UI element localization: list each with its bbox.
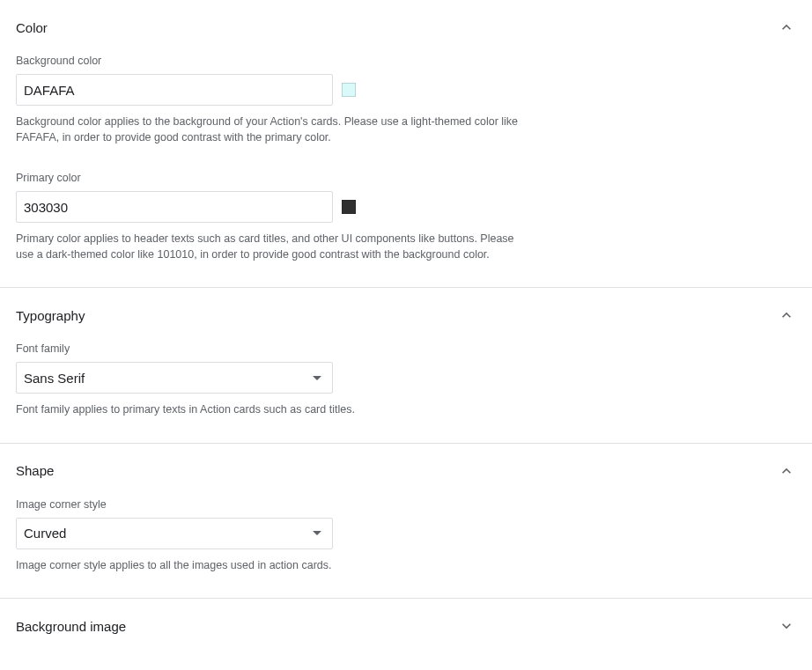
field-corner-style: Image corner style Curved Image corner s… — [16, 498, 796, 574]
primary-color-input[interactable] — [16, 191, 333, 223]
helper-font-family: Font family applies to primary texts in … — [16, 402, 522, 418]
field-primary-color: Primary color Primary color applies to h… — [16, 172, 796, 262]
section-color: Color Background color Background color … — [0, 0, 812, 288]
chevron-up-icon — [777, 461, 796, 481]
helper-primary-color: Primary color applies to header texts su… — [16, 232, 522, 262]
section-header-color[interactable]: Color — [16, 18, 796, 37]
chevron-up-icon — [777, 306, 796, 325]
caret-down-icon — [313, 376, 321, 380]
chevron-down-icon — [777, 616, 796, 636]
helper-background-color: Background color applies to the backgrou… — [16, 114, 522, 145]
chevron-up-icon — [777, 18, 796, 37]
section-title-shape: Shape — [16, 463, 54, 478]
background-color-input[interactable] — [16, 74, 333, 106]
label-corner-style: Image corner style — [16, 498, 796, 511]
caret-down-icon — [313, 531, 321, 535]
section-typography: Typography Font family Sans Serif Font f… — [0, 288, 812, 444]
section-title-color: Color — [16, 20, 48, 35]
field-background-color: Background color Background color applie… — [16, 55, 796, 145]
section-header-background-image[interactable]: Background image — [16, 616, 796, 636]
background-color-swatch[interactable] — [342, 83, 356, 97]
label-font-family: Font family — [16, 342, 796, 355]
section-shape: Shape Image corner style Curved Image co… — [0, 444, 812, 600]
label-background-color: Background color — [16, 55, 796, 67]
helper-corner-style: Image corner style applies to all the im… — [16, 558, 522, 574]
font-family-value: Sans Serif — [24, 371, 85, 386]
font-family-select[interactable]: Sans Serif — [16, 362, 333, 394]
primary-color-swatch[interactable] — [342, 200, 356, 214]
section-background-image: Background image — [0, 599, 812, 652]
corner-style-value: Curved — [24, 526, 66, 541]
corner-style-select[interactable]: Curved — [16, 518, 333, 549]
section-header-typography[interactable]: Typography — [16, 306, 796, 325]
field-font-family: Font family Sans Serif Font family appli… — [16, 342, 796, 418]
section-title-background-image: Background image — [16, 619, 126, 634]
section-title-typography: Typography — [16, 308, 85, 323]
section-header-shape[interactable]: Shape — [16, 461, 796, 481]
label-primary-color: Primary color — [16, 172, 796, 184]
